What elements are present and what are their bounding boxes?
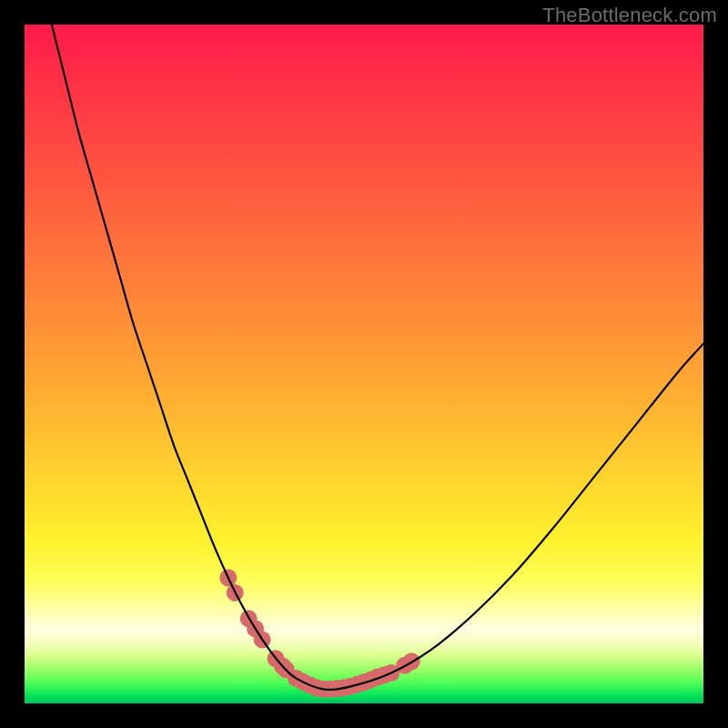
plot-area <box>25 25 703 703</box>
chart-svg <box>25 25 703 703</box>
chart-frame: TheBottleneck.com <box>0 0 728 728</box>
bottleneck-curve <box>52 25 703 690</box>
marker-layer <box>219 569 420 697</box>
watermark-text: TheBottleneck.com <box>542 4 717 27</box>
